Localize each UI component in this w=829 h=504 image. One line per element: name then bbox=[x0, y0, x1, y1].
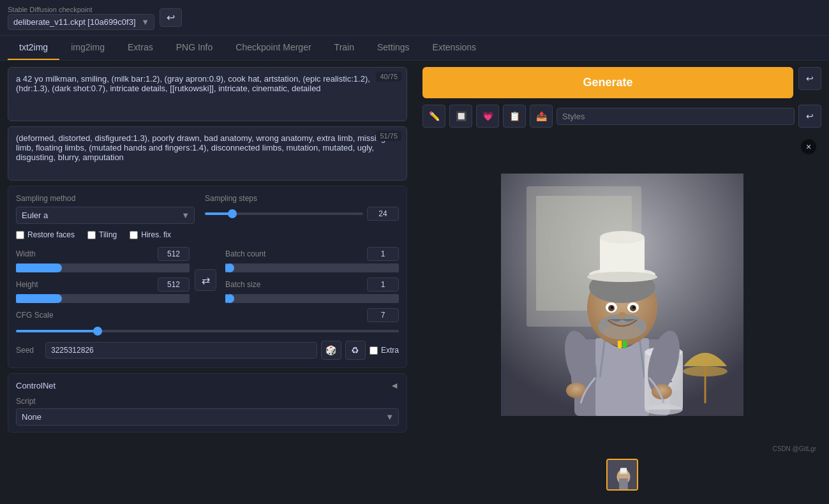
svg-point-42 bbox=[618, 473, 627, 475]
batch-count-value[interactable] bbox=[367, 247, 399, 261]
extra-seed-checkbox[interactable] bbox=[370, 346, 378, 355]
tab-img2img[interactable]: img2img bbox=[59, 36, 116, 60]
cfg-scale-label: CFG Scale bbox=[16, 311, 54, 320]
height-value[interactable] bbox=[158, 278, 190, 292]
watermark-text: CSDN @GitLgr bbox=[773, 445, 817, 452]
script-select-wrapper[interactable]: None ▼ bbox=[16, 408, 399, 426]
batch-count-slider[interactable] bbox=[225, 263, 399, 272]
positive-prompt-box: 40/75 bbox=[8, 67, 407, 121]
restore-faces-checkbox[interactable]: Restore faces bbox=[16, 230, 75, 239]
right-panel: Generate ↩ ✏️ 🔲 💗 📋 📤 Styles ↩ × bbox=[415, 61, 829, 501]
positive-token-count: 40/75 bbox=[376, 71, 401, 82]
tab-png-info[interactable]: PNG Info bbox=[165, 36, 225, 60]
negative-prompt-box: 51/75 bbox=[8, 126, 407, 181]
negative-prompt-input[interactable] bbox=[8, 127, 407, 178]
tab-txt2img[interactable]: txt2img bbox=[8, 36, 59, 60]
sampling-method-col: Sampling method Euler a ▼ bbox=[16, 194, 195, 224]
tab-extensions[interactable]: Extensions bbox=[421, 36, 488, 60]
edit-style-button[interactable]: ✏️ bbox=[422, 105, 445, 128]
swap-dimensions-button[interactable]: ⇄ bbox=[195, 269, 216, 291]
app-header: Stable Diffusion checkpoint deliberate_v… bbox=[0, 0, 829, 36]
sampling-steps-slider[interactable] bbox=[205, 212, 363, 215]
styles-select[interactable]: Styles bbox=[556, 108, 795, 125]
batch-count-col: Batch count bbox=[225, 247, 399, 272]
script-select[interactable]: None bbox=[16, 408, 399, 426]
tiling-label: Tiling bbox=[99, 230, 117, 239]
thumbnail-1[interactable] bbox=[606, 459, 638, 491]
generate-button[interactable]: Generate bbox=[422, 67, 793, 98]
svg-rect-36 bbox=[623, 341, 627, 348]
sampling-method-select-wrapper[interactable]: Euler a ▼ bbox=[16, 207, 195, 224]
negative-token-count: 51/75 bbox=[376, 131, 401, 141]
controlnet-title: ControlNet bbox=[16, 381, 56, 390]
tab-extras[interactable]: Extras bbox=[116, 36, 165, 60]
tab-train[interactable]: Train bbox=[323, 36, 366, 60]
extra-seed-text: Extra bbox=[381, 346, 399, 355]
hires-fix-input[interactable] bbox=[130, 231, 138, 239]
sampling-row: Sampling method Euler a ▼ Sampling steps bbox=[16, 194, 399, 224]
restore-faces-input[interactable] bbox=[16, 231, 24, 239]
thumbnail-strip bbox=[422, 455, 821, 494]
script-row: Script None ▼ bbox=[16, 397, 399, 426]
cfg-scale-value[interactable] bbox=[367, 308, 399, 322]
brush-style-button[interactable]: 🔲 bbox=[449, 105, 472, 128]
sampling-steps-col: Sampling steps bbox=[205, 194, 399, 221]
svg-rect-35 bbox=[618, 341, 622, 348]
send-to-img2img-button[interactable]: ↩ bbox=[798, 67, 821, 90]
tab-checkpoint-merger[interactable]: Checkpoint Merger bbox=[224, 36, 322, 60]
checkpoint-select-wrapper[interactable]: deliberate_v11.ckpt [10a699c0f3] ▼ bbox=[8, 14, 154, 30]
output-image: MILK bbox=[501, 174, 743, 416]
seed-input[interactable] bbox=[45, 342, 317, 359]
sampling-method-label: Sampling method bbox=[16, 194, 195, 203]
tab-settings[interactable]: Settings bbox=[366, 36, 421, 60]
checkpoint-info: Stable Diffusion checkpoint deliberate_v… bbox=[8, 5, 154, 30]
sampling-method-select[interactable]: Euler a bbox=[16, 207, 195, 224]
sampling-steps-value[interactable] bbox=[367, 207, 399, 221]
restore-faces-label: Restore faces bbox=[27, 230, 75, 239]
batch-col: Batch count Batch size bbox=[225, 247, 399, 303]
controlnet-collapse-button[interactable]: ◄ bbox=[390, 380, 399, 390]
color-style-button[interactable]: 💗 bbox=[476, 105, 499, 128]
svg-point-25 bbox=[618, 312, 626, 318]
copy-style-button[interactable]: 📋 bbox=[503, 105, 526, 128]
cfg-scale-slider[interactable] bbox=[16, 330, 399, 332]
controlnet-section: ControlNet ◄ Script None ▼ bbox=[8, 373, 407, 433]
batch-size-col: Batch size bbox=[225, 278, 399, 303]
batch-count-label: Batch count bbox=[225, 249, 265, 258]
width-slider[interactable] bbox=[16, 263, 190, 272]
svg-point-23 bbox=[611, 306, 613, 309]
height-col: Height bbox=[16, 278, 190, 303]
positive-prompt-input[interactable] bbox=[8, 68, 407, 119]
tiling-input[interactable] bbox=[87, 231, 96, 239]
svg-point-24 bbox=[632, 306, 635, 309]
generate-area: Generate ↩ bbox=[422, 67, 821, 98]
width-value[interactable] bbox=[158, 247, 190, 261]
tools-col: ↩ bbox=[798, 67, 821, 90]
randomize-seed-button[interactable]: 🎲 bbox=[321, 341, 341, 360]
extra-checkbox-label[interactable]: Extra bbox=[370, 346, 399, 355]
controlnet-header: ControlNet ◄ bbox=[16, 380, 399, 390]
close-output-button[interactable]: × bbox=[801, 139, 816, 154]
checkpoint-label: Stable Diffusion checkpoint bbox=[8, 5, 154, 14]
style-tools: ✏️ 🔲 💗 📋 📤 Styles ↩ bbox=[422, 105, 821, 128]
width-height-col: Width Height bbox=[16, 247, 190, 303]
batch-size-value[interactable] bbox=[367, 278, 399, 292]
cfg-row: CFG Scale bbox=[16, 308, 399, 334]
batch-size-label: Batch size bbox=[225, 280, 260, 289]
tiling-checkbox[interactable]: Tiling bbox=[87, 230, 117, 239]
left-panel: 40/75 51/75 Sampling method Euler a ▼ bbox=[0, 61, 415, 501]
svg-point-17 bbox=[600, 231, 645, 244]
sampling-steps-slider-row bbox=[205, 207, 399, 221]
recycle-seed-button[interactable]: ♻ bbox=[345, 341, 366, 360]
dims-grid: Width Height ⇄ bbox=[16, 247, 399, 303]
apply-styles-button[interactable]: ↩ bbox=[798, 105, 821, 128]
batch-size-slider[interactable] bbox=[225, 294, 399, 303]
hires-fix-checkbox[interactable]: Hires. fix bbox=[130, 230, 171, 239]
reload-checkpoint-button[interactable]: ↩ bbox=[160, 8, 182, 27]
height-slider[interactable] bbox=[16, 294, 190, 303]
height-label: Height bbox=[16, 280, 38, 289]
export-style-button[interactable]: 📤 bbox=[530, 105, 553, 128]
checkpoint-select[interactable]: deliberate_v11.ckpt [10a699c0f3] bbox=[8, 14, 154, 30]
main-tabs: txt2img img2img Extras PNG Info Checkpoi… bbox=[0, 36, 829, 61]
svg-rect-39 bbox=[619, 478, 628, 491]
